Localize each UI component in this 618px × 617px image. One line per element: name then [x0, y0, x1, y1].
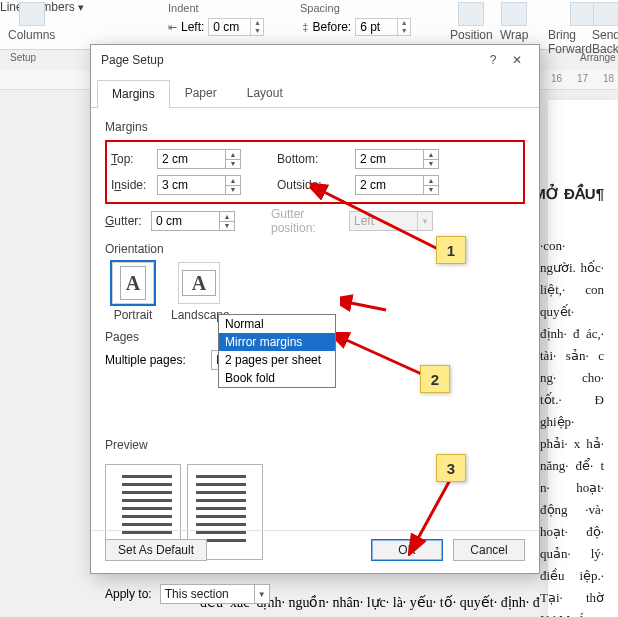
ruler-mark: 16	[551, 73, 562, 84]
margins-highlight-box: Top: 2 cm▲▼ Bottom: 2 cm▲▼ Inside: 3 cm▲…	[105, 140, 525, 204]
ruler-mark: 18	[603, 73, 614, 84]
gutter-position-value: Left	[354, 214, 374, 228]
ribbon-wrap-label: Wrap	[500, 28, 528, 42]
label-gutter-position: Gutter position:	[255, 207, 349, 235]
option-normal[interactable]: Normal	[219, 315, 335, 333]
indent-left-value: 0 cm	[213, 20, 239, 34]
chevron-down-icon[interactable]: ▼	[254, 585, 269, 603]
apply-to-select[interactable]: This section ▼	[160, 584, 270, 604]
tab-layout[interactable]: Layout	[232, 79, 298, 107]
group-arrange-label: Arrange	[580, 52, 616, 63]
option-mirror-margins[interactable]: Mirror margins	[219, 333, 335, 351]
option-book-fold[interactable]: Book fold	[219, 369, 335, 387]
tab-margins[interactable]: Margins	[97, 80, 170, 108]
ribbon-columns-label: Columns	[8, 28, 55, 42]
spinner-arrows[interactable]: ▲▼	[397, 19, 410, 35]
group-setup-label: Setup	[10, 52, 36, 63]
inside-value: 3 cm	[162, 178, 188, 192]
ribbon-indent-spacing: ⇤ Left: 0 cm ▲▼ ‡ Before: 6 pt ▲▼	[168, 18, 411, 36]
wrap-icon	[501, 2, 527, 26]
inside-spinner[interactable]: 3 cm▲▼	[157, 175, 241, 195]
spacing-before-label: Before:	[312, 20, 351, 34]
ribbon-wrap[interactable]: Wrap	[500, 2, 528, 42]
top-spinner[interactable]: 2 cm▲▼	[157, 149, 241, 169]
spacing-before-value: 6 pt	[360, 20, 380, 34]
cancel-button[interactable]: Cancel	[453, 539, 525, 561]
send-back-icon	[593, 2, 618, 26]
ok-button[interactable]: OK	[371, 539, 443, 561]
dialog-footer: Set As Default OK Cancel	[91, 530, 539, 573]
indent-left-label: Left:	[181, 20, 204, 34]
dialog-titlebar: Page Setup ? ✕	[91, 45, 539, 75]
callout-2: 2	[420, 365, 450, 393]
orientation-landscape[interactable]: A Landscape	[171, 262, 227, 322]
apply-to-value: This section	[165, 587, 229, 601]
ribbon-spacing-before-icon: ‡	[302, 21, 308, 33]
dialog-title: Page Setup	[101, 53, 481, 67]
option-2-pages-per-sheet[interactable]: 2 pages per sheet	[219, 351, 335, 369]
spacing-group-label: Spacing	[300, 2, 340, 14]
outside-value: 2 cm	[360, 178, 386, 192]
ribbon-position-label: Position	[450, 28, 493, 42]
dialog-tabs: Margins Paper Layout	[91, 75, 539, 108]
label-multiple-pages: Multiple pages:	[105, 353, 199, 367]
multiple-pages-dropdown[interactable]: Normal Mirror margins 2 pages per sheet …	[218, 314, 336, 388]
set-as-default-button[interactable]: Set As Default	[105, 539, 207, 561]
label-top: Top:	[111, 152, 157, 166]
help-button[interactable]: ?	[481, 53, 505, 67]
outside-spinner[interactable]: 2 cm▲▼	[355, 175, 439, 195]
tab-paper[interactable]: Paper	[170, 79, 232, 107]
ribbon-columns[interactable]: Columns	[8, 2, 55, 42]
callout-1: 1	[436, 236, 466, 264]
indent-group-label: Indent	[168, 2, 199, 14]
ribbon-send-back[interactable]: Send Back	[592, 2, 618, 56]
label-inside: Inside:	[111, 178, 157, 192]
ribbon-position[interactable]: Position	[450, 2, 493, 42]
gutter-value: 0 cm	[156, 214, 182, 228]
close-button[interactable]: ✕	[505, 53, 529, 67]
indent-left-spinner[interactable]: 0 cm ▲▼	[208, 18, 264, 36]
ribbon: Columns Line Numbers ▾ ⇤ Left: 0 cm ▲▼ ‡…	[0, 0, 618, 50]
columns-icon	[19, 2, 45, 26]
page-setup-dialog: Page Setup ? ✕ Margins Paper Layout Marg…	[90, 44, 540, 574]
orientation-portrait[interactable]: A Portrait	[105, 262, 161, 322]
section-margins-label: Margins	[105, 120, 525, 134]
label-apply-to: Apply to:	[105, 587, 152, 601]
section-preview-label: Preview	[105, 438, 525, 452]
label-outside: Outside:	[261, 178, 355, 192]
bottom-spinner[interactable]: 2 cm▲▼	[355, 149, 439, 169]
ruler-mark: 17	[577, 73, 588, 84]
position-icon	[458, 2, 484, 26]
ribbon-indent-left-icon: ⇤	[168, 21, 177, 34]
gutter-spinner[interactable]: 0 cm▲▼	[151, 211, 235, 231]
spinner-arrows[interactable]: ▲▼	[250, 19, 263, 35]
label-bottom: Bottom:	[261, 152, 355, 166]
orientation-portrait-label: Portrait	[105, 308, 161, 322]
top-value: 2 cm	[162, 152, 188, 166]
spacing-before-spinner[interactable]: 6 pt ▲▼	[355, 18, 411, 36]
callout-3: 3	[436, 454, 466, 482]
label-gutter: Gutter:	[105, 214, 151, 228]
bottom-value: 2 cm	[360, 152, 386, 166]
doc-body: ·con· người. hốc· liệt,· con quyết· định…	[540, 235, 604, 617]
gutter-position-select: Left▼	[349, 211, 433, 231]
doc-title: MỞ ĐẦU¶	[533, 185, 604, 203]
